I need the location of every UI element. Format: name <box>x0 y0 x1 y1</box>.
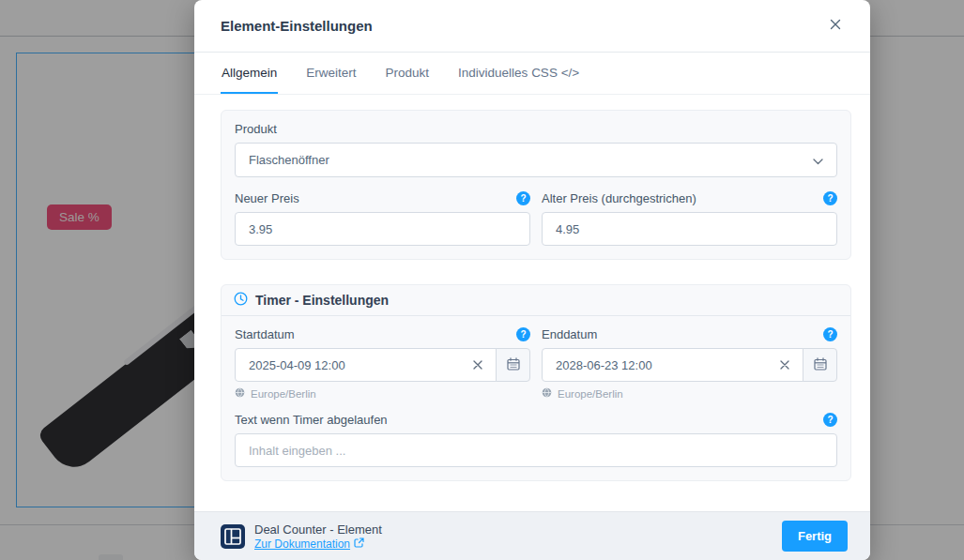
documentation-link-label: Zur Dokumentation <box>254 537 350 551</box>
price-fields-row: Neuer Preis ? Alter Preis (durchgestrich… <box>235 191 837 246</box>
startdatum-input-wrap <box>235 348 497 382</box>
calendar-icon <box>813 356 828 374</box>
expired-text-input[interactable] <box>235 433 837 467</box>
clear-x-icon <box>473 358 482 372</box>
enddatum-label: Enddatum <box>542 327 597 341</box>
close-button[interactable] <box>825 16 846 37</box>
product-settings-card: Produkt Flaschenöffner Neuer Preis ? <box>221 110 851 260</box>
clock-icon <box>234 292 248 309</box>
neuer-preis-input[interactable] <box>235 212 530 246</box>
footer-texts: Deal Counter - Element Zur Dokumentation <box>254 522 382 551</box>
timer-section-title: Timer - Einstellungen <box>255 293 389 308</box>
external-link-icon <box>354 537 364 551</box>
produkt-select-value: Flaschenöffner <box>249 153 813 167</box>
timer-section-header: Timer - Einstellungen <box>222 285 850 316</box>
startdatum-label: Startdatum <box>235 327 295 341</box>
documentation-link[interactable]: Zur Dokumentation <box>254 537 382 551</box>
tab-erweitert[interactable]: Erweitert <box>305 53 357 94</box>
clear-x-icon <box>780 358 789 372</box>
modal-title: Element-Einstellungen <box>221 18 373 34</box>
expired-text-label: Text wenn Timer abgelaufen <box>235 413 388 427</box>
produkt-label: Produkt <box>235 122 837 136</box>
timer-settings-card: Timer - Einstellungen Startdatum ? <box>221 284 851 481</box>
timezone-label: Europe/Berlin <box>251 388 316 400</box>
enddatum-input-wrap <box>542 348 803 382</box>
startdatum-input[interactable] <box>249 358 469 372</box>
modal-header: Element-Einstellungen <box>194 0 870 53</box>
alter-preis-group: Alter Preis (durchgestrichen) ? <box>542 191 837 246</box>
tab-bar: Allgemein Erweitert Produkt Individuelle… <box>194 53 870 95</box>
help-icon[interactable]: ? <box>823 191 837 205</box>
enddatum-timezone: Europe/Berlin <box>542 387 837 400</box>
date-fields-row: Startdatum ? <box>235 327 837 400</box>
tab-produkt[interactable]: Produkt <box>385 53 431 94</box>
tab-allgemein[interactable]: Allgemein <box>221 53 278 94</box>
enddatum-clear-button[interactable] <box>776 355 793 376</box>
element-type-icon <box>221 524 245 549</box>
modal-footer: Deal Counter - Element Zur Dokumentation… <box>194 511 870 560</box>
neuer-preis-group: Neuer Preis ? <box>235 191 530 246</box>
element-settings-modal: Element-Einstellungen Allgemein Erweiter… <box>194 0 870 560</box>
calendar-icon <box>506 356 521 374</box>
startdatum-group: Startdatum ? <box>235 327 530 400</box>
help-icon[interactable]: ? <box>516 327 530 341</box>
timezone-label: Europe/Berlin <box>558 388 623 400</box>
globe-icon <box>542 387 552 400</box>
enddatum-group: Enddatum ? <box>542 327 837 400</box>
startdatum-clear-button[interactable] <box>469 355 486 376</box>
globe-icon <box>235 387 245 400</box>
timer-section-body: Startdatum ? <box>222 316 850 467</box>
done-button[interactable]: Fertig <box>782 521 848 552</box>
element-name: Deal Counter - Element <box>254 522 382 537</box>
startdatum-timezone: Europe/Berlin <box>235 387 530 400</box>
tab-individuelles-css[interactable]: Individuelles CSS </> <box>457 53 580 94</box>
help-icon[interactable]: ? <box>823 413 837 427</box>
enddatum-input[interactable] <box>556 358 776 372</box>
alter-preis-input[interactable] <box>542 212 837 246</box>
help-icon[interactable]: ? <box>516 191 530 205</box>
enddatum-calendar-button[interactable] <box>803 348 837 382</box>
modal-body: Produkt Flaschenöffner Neuer Preis ? <box>194 95 870 511</box>
expired-text-group: Text wenn Timer abgelaufen ? <box>235 413 837 467</box>
neuer-preis-label: Neuer Preis <box>235 191 299 205</box>
help-icon[interactable]: ? <box>823 327 837 341</box>
startdatum-calendar-button[interactable] <box>496 348 530 382</box>
close-icon <box>830 19 841 33</box>
chevron-down-icon <box>813 152 823 169</box>
alter-preis-label: Alter Preis (durchgestrichen) <box>542 191 696 205</box>
produkt-select[interactable]: Flaschenöffner <box>235 143 837 177</box>
